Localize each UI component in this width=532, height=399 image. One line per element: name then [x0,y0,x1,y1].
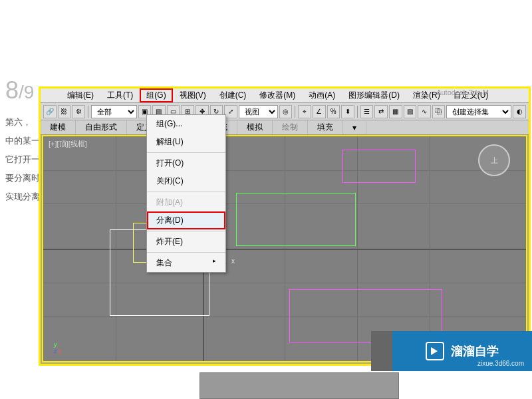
filter-select[interactable]: 全部 [91,105,137,118]
title-bar-text: Autodesk 3ds M [436,88,489,96]
align-icon[interactable]: ▦ [389,105,402,118]
menu-item-close[interactable]: 关闭(C) [147,172,225,190]
ribbon-tabs: 建模 自由形式 定义流 定义空闭区域 模拟 绘制 填充 ▾ [41,120,529,135]
menu-tools[interactable]: 工具(T) [100,88,140,102]
menu-item-open[interactable]: 打开(O) [147,154,225,172]
gray-strip [371,331,392,371]
tab-modeling[interactable]: 建模 [41,120,76,134]
menu-item-ungroup[interactable]: 解组(U) [147,133,225,151]
pivot-icon[interactable]: ◎ [279,105,293,118]
tab-collapse-icon[interactable]: ▾ [343,122,366,134]
menu-group[interactable]: 组(G) [140,88,172,102]
menu-view[interactable]: 视图(V) [173,88,213,102]
menu-animate[interactable]: 动画(A) [302,88,342,102]
link-icon[interactable]: 🔗 [43,105,57,118]
page-counter: 8/9 [5,76,34,104]
tab-populate[interactable]: 填充 [308,120,343,134]
coord-select[interactable]: 视图 [239,105,278,118]
selection-set-select[interactable]: 创建选择集 [446,105,511,118]
menu-item-group[interactable]: 组(G)... [147,115,225,133]
material-icon[interactable]: ◐ [513,105,526,118]
menu-edit[interactable]: 编辑(E) [61,88,100,102]
menu-item-assembly[interactable]: 集合 [147,254,225,272]
unlink-icon[interactable]: ⛓ [58,105,71,118]
viewport[interactable]: [+][顶][线框] x y z x 上 [42,135,527,362]
menu-item-attach: 附加(A) [147,194,225,211]
menu-create[interactable]: 创建(C) [213,88,253,102]
spinner-snap-icon[interactable]: ⬍ [341,105,354,118]
angle-snap-icon[interactable]: ∠ [313,105,326,118]
watermark: 溜溜自学 zixue.3d66.com [392,331,532,371]
bottom-bar [200,372,399,399]
scale-icon[interactable]: ⤢ [224,105,237,118]
play-icon [426,342,444,360]
toolbar: 🔗 ⛓ ⚙ 全部 ▣ ▤ ▭ ⊞ ✥ ↻ ⤢ 视图 ◎ ⌖ ∠ % ⬍ ☰ ⇄ … [41,103,529,120]
app-window: Autodesk 3ds M 编辑(E) 工具(T) 组(G) 视图(V) 创建… [39,86,531,366]
side-text: 第六， 中的某一 它打开一 要分离时 实现分离 [5,113,40,206]
menu-item-explode[interactable]: 炸开(E) [147,233,225,251]
named-sets-icon[interactable]: ☰ [360,105,374,118]
tab-freeform[interactable]: 自由形式 [76,120,127,134]
curve-editor-icon[interactable]: ∿ [418,105,431,118]
snap-icon[interactable]: ⌖ [298,105,311,118]
viewport-label[interactable]: [+][顶][线框] [49,139,87,149]
axis-indicator: y z x [54,341,62,354]
viewcube[interactable]: 上 [478,144,510,176]
shape-magenta-1[interactable] [342,150,416,183]
menu-graph-editor[interactable]: 图形编辑器(D) [342,88,406,102]
percent-snap-icon[interactable]: % [327,105,340,118]
mirror-icon[interactable]: ⇄ [374,105,388,118]
tab-sim[interactable]: 模拟 [237,120,273,134]
layers-icon[interactable]: ▤ [404,105,417,118]
menu-modifier[interactable]: 修改器(M) [253,88,302,102]
schematic-icon[interactable]: ⿻ [432,105,446,118]
menu-item-detach[interactable]: 分离(D) [147,211,225,229]
group-dropdown: 组(G)... 解组(U) 打开(O) 关闭(C) 附加(A) 分离(D) 炸开… [146,114,226,273]
bind-icon[interactable]: ⚙ [72,105,85,118]
shape-green[interactable] [236,193,356,246]
tab-draw[interactable]: 绘制 [273,120,308,134]
